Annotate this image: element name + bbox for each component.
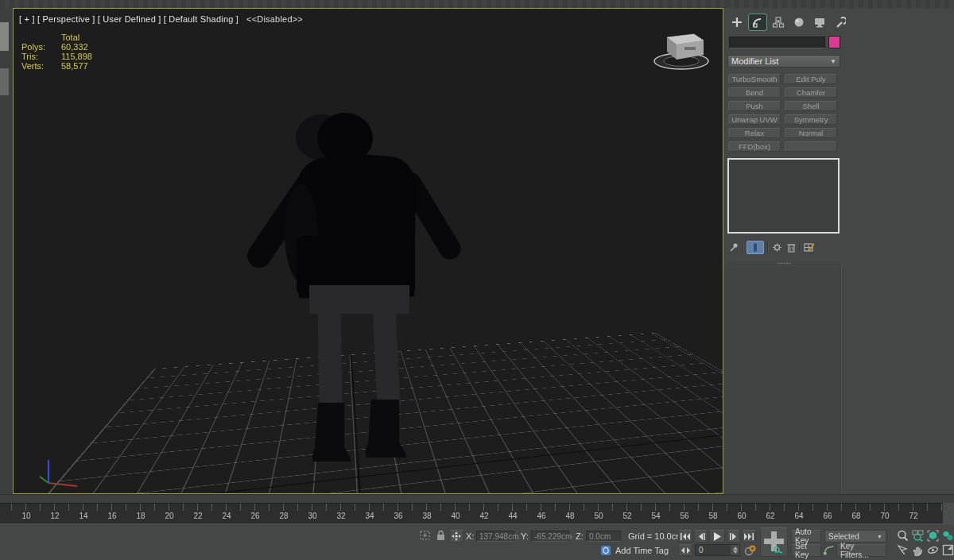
- current-frame-spinner[interactable]: 0: [695, 544, 740, 556]
- command-panel-tabs: [728, 14, 849, 30]
- auto-key-button[interactable]: Auto Key: [791, 530, 821, 543]
- selection-set-dropdown[interactable]: Selected ▼: [824, 530, 886, 543]
- previous-frame-icon[interactable]: [694, 530, 708, 543]
- zoom-all-icon[interactable]: [912, 530, 924, 543]
- viewport-label-text[interactable]: [ + ] [ Perspective ] [ User Defined ] […: [19, 14, 238, 24]
- modifier-preset-button[interactable]: [785, 141, 837, 152]
- set-keys-button[interactable]: [760, 527, 788, 557]
- configure-modifier-sets-icon[interactable]: [804, 241, 815, 253]
- selection-set-value: Selected: [828, 532, 859, 541]
- zoom-region-icon[interactable]: [897, 544, 909, 557]
- timeline-tick-label: 46: [537, 512, 545, 520]
- modifier-stack[interactable]: [727, 158, 840, 234]
- add-time-tag-icon: [600, 545, 611, 556]
- modifier-list-dropdown[interactable]: Modifier List ▼: [727, 55, 840, 68]
- key-mode-icon[interactable]: [678, 544, 692, 556]
- command-panel: Modifier List ▼ TurboSmoothEdit PolyBend…: [723, 8, 954, 494]
- character-model[interactable]: [14, 9, 723, 494]
- modifier-preset-button[interactable]: Push: [728, 101, 781, 111]
- chevron-down-icon: ▼: [877, 534, 882, 539]
- modifier-preset-button[interactable]: Unwrap UVW: [728, 114, 781, 125]
- rollout-column: [723, 265, 840, 496]
- time-slider-track[interactable]: [0, 494, 954, 503]
- object-color-swatch[interactable]: [828, 36, 840, 48]
- next-frame-icon[interactable]: [727, 530, 740, 543]
- z-coord-field[interactable]: 0.0cm: [586, 531, 621, 542]
- modifier-preset-button[interactable]: Bend: [728, 87, 781, 98]
- zoom-extents-all-icon[interactable]: [942, 530, 954, 543]
- rollout-divider: [727, 264, 840, 265]
- modifier-preset-button[interactable]: Normal: [785, 128, 837, 138]
- go-to-start-icon[interactable]: [678, 530, 692, 543]
- modifier-preset-button[interactable]: Shell: [785, 101, 837, 111]
- go-to-end-icon[interactable]: [742, 530, 756, 543]
- object-name-field[interactable]: [729, 37, 825, 48]
- rollout-column-edge: [840, 264, 841, 496]
- timeline-tick-label: 14: [79, 512, 87, 520]
- timeline-tick-label: 60: [737, 512, 746, 520]
- modifier-preset-button[interactable]: TurboSmooth: [728, 74, 781, 84]
- tab-motion[interactable]: [790, 14, 808, 30]
- grid-size-readout: Grid = 10.0cm: [628, 531, 683, 541]
- timeline-tick-label: 16: [107, 512, 116, 520]
- selection-lock-icon[interactable]: [436, 530, 446, 543]
- display-icon: [814, 17, 825, 28]
- timeline-tick-label: 54: [651, 512, 660, 520]
- time-configuration-icon[interactable]: [744, 544, 757, 557]
- timeline-tick-label: 30: [308, 512, 316, 520]
- add-time-tag[interactable]: Add Time Tag: [600, 544, 669, 557]
- tab-create[interactable]: [728, 14, 746, 30]
- timeline-tick-label: 32: [336, 512, 345, 520]
- x-coord-field[interactable]: 137.948cm: [476, 531, 514, 542]
- timeline-tick-label: 70: [880, 512, 889, 520]
- set-keys-plus-icon: [763, 531, 785, 554]
- timeline-tick-label: 26: [250, 512, 259, 520]
- tab-modify[interactable]: [749, 14, 766, 30]
- set-key-button[interactable]: Set Key: [791, 544, 821, 557]
- modifier-preset-button[interactable]: Edit Poly: [785, 74, 837, 84]
- spinner-arrows-icon[interactable]: [731, 545, 739, 555]
- pan-icon[interactable]: [912, 544, 924, 557]
- add-time-tag-label: Add Time Tag: [615, 546, 669, 555]
- create-plus-icon: [731, 17, 743, 28]
- key-filters-button[interactable]: Key Filters...: [836, 544, 886, 557]
- zoom-extents-icon[interactable]: [927, 530, 939, 543]
- timeline-tick-label: 66: [823, 512, 832, 520]
- tab-display[interactable]: [811, 14, 828, 30]
- maximize-viewport-icon[interactable]: [942, 544, 954, 557]
- modifier-preset-button[interactable]: Symmetry: [785, 114, 837, 125]
- x-coord-label: X:: [466, 531, 474, 544]
- left-toolbar-strip: [0, 8, 13, 494]
- viewport-label[interactable]: [ + ] [ Perspective ] [ User Defined ] […: [19, 14, 303, 24]
- timeline-tick-label: 58: [708, 512, 717, 520]
- tab-utilities[interactable]: [832, 14, 849, 30]
- modifier-preset-button[interactable]: Chamfer: [785, 87, 837, 98]
- stats-verts-value: 58,577: [61, 61, 88, 71]
- stats-polys-label: Polys:: [21, 42, 56, 52]
- timeline-tick-label: 62: [766, 512, 774, 520]
- timeline-tick-label: 34: [365, 512, 374, 520]
- modifier-preset-button[interactable]: Relax: [728, 128, 781, 138]
- 3ds-max-window: [ + ] [ Perspective ] [ User Defined ] […: [0, 0, 954, 560]
- track-bar-ruler[interactable]: 1012141618202224262830323436384042444648…: [0, 503, 943, 523]
- selection-filter-icon[interactable]: [419, 530, 432, 543]
- timeline-tick-label: 36: [394, 512, 402, 520]
- absolute-mode-icon[interactable]: [449, 530, 463, 543]
- timeline-tick-label: 72: [909, 512, 917, 520]
- timeline-tick-label: 64: [794, 512, 803, 520]
- remove-modifier-icon[interactable]: [785, 241, 797, 253]
- modifier-preset-button[interactable]: FFD(box): [728, 141, 781, 152]
- tab-hierarchy[interactable]: [770, 14, 787, 30]
- show-end-result-icon[interactable]: [747, 241, 764, 254]
- make-unique-icon[interactable]: [771, 241, 782, 253]
- zoom-icon[interactable]: [897, 530, 909, 543]
- y-coord-field[interactable]: -65.229cm: [531, 531, 569, 542]
- z-coord-label: Z:: [576, 531, 584, 544]
- stats-total-header: Total: [61, 33, 80, 42]
- orbit-icon[interactable]: [927, 544, 939, 557]
- pin-stack-icon[interactable]: [728, 241, 739, 253]
- perspective-viewport[interactable]: [ + ] [ Perspective ] [ User Defined ] […: [13, 8, 723, 494]
- play-icon[interactable]: [709, 530, 725, 543]
- viewcube[interactable]: [650, 25, 713, 74]
- key-filters-icon[interactable]: [823, 544, 835, 557]
